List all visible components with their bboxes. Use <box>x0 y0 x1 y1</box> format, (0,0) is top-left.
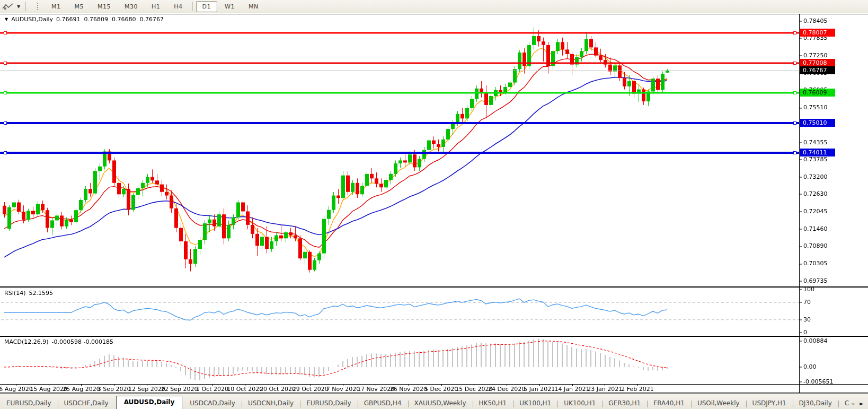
chart-ohlc-header: ▼ AUDUSD,Daily 0.76691 0.76809 0.76680 0… <box>5 16 164 23</box>
low-value: 0.76680 <box>112 16 136 23</box>
timeframe-button-mn[interactable]: MN <box>242 1 265 12</box>
chart-tab-audusd-daily[interactable]: AUDUSD,Daily <box>116 396 183 409</box>
chart-symbol-label: AUDUSD,Daily <box>11 16 53 23</box>
chart-tab-usdcnh-daily[interactable]: USDCNH,Daily <box>242 397 300 409</box>
timeframe-button-h1[interactable]: H1 <box>145 1 166 12</box>
timeframe-button-h4[interactable]: H4 <box>167 1 189 12</box>
toolbar-separator <box>25 2 26 11</box>
timeframe-button-m15[interactable]: M15 <box>91 1 117 12</box>
timeframe-button-m1[interactable]: M1 <box>45 1 67 12</box>
chart-tab-eurusd-daily[interactable]: EURUSD,Daily <box>300 397 358 409</box>
tool-dropdown-caret-icon[interactable]: ▼ <box>15 4 22 9</box>
chart-tab-usoil-weekly[interactable]: USOil,Weekly <box>691 397 746 409</box>
chart-tab-ger30-h1[interactable]: GER30,H1 <box>602 397 647 409</box>
chart-tab-usdchf-daily[interactable]: USDCHF,Daily <box>58 397 115 409</box>
trading-platform-window: { "toolbar": { "timeframes": ["M1","M5",… <box>0 0 868 409</box>
chart-tab-uk100-h1[interactable]: UK100,H1 <box>513 397 557 409</box>
price-chart-canvas[interactable] <box>0 14 868 393</box>
chart-tab-usdjpy-h1[interactable]: USDJPY,H1 <box>746 397 793 409</box>
timeframe-button-m30[interactable]: M30 <box>118 1 144 12</box>
drawing-tool-icon[interactable] <box>1 2 15 11</box>
rsi-name: RSI(14) <box>4 290 25 297</box>
chart-tab-gbpusd-h4[interactable]: GBPUSD,H4 <box>358 397 408 409</box>
chart-tab-usdcad-daily[interactable]: USDCAD,Daily <box>183 397 242 409</box>
tab-scroll-controls: ◄ ► <box>849 401 868 409</box>
close-value: 0.76767 <box>140 16 164 23</box>
chart-tab-hk50-h1[interactable]: HK50,H1 <box>473 397 513 409</box>
chart-tab-eurusd-daily[interactable]: EURUSD,Daily <box>0 397 58 409</box>
timeframe-divider <box>192 2 193 11</box>
chart-tab-bar: EURUSD,DailyUSDCHF,DailyAUDUSD,DailyUSDC… <box>0 393 868 409</box>
timeframe-toolbar: ▼ M1M5M15M30H1H4D1W1MN <box>0 0 868 13</box>
tab-scroll-right-icon[interactable]: ► <box>860 401 864 406</box>
chart-tab-xauusd-weekly[interactable]: XAUUSD,Weekly <box>408 397 473 409</box>
macd-name: MACD(12,26,9) <box>4 338 49 345</box>
chart-tab-china300-h1[interactable]: CHINA300,H1 <box>838 397 849 409</box>
toolbar-grip-handle[interactable] <box>37 2 39 11</box>
collapse-caret-icon[interactable]: ▼ <box>5 17 8 22</box>
high-value: 0.76809 <box>84 16 109 23</box>
rsi-indicator-label: RSI(14) 52.1595 <box>4 290 53 297</box>
macd-values: -0.000598 -0.000185 <box>52 338 113 345</box>
chart-tab-dj30-daily[interactable]: DJ30,Daily <box>793 397 838 409</box>
timeframe-button-d1[interactable]: D1 <box>196 1 217 12</box>
chart-tab-uk100-h1[interactable]: UK100,H1 <box>557 397 602 409</box>
chart-tab-fra40-h1[interactable]: FRA40,H1 <box>647 397 691 409</box>
tab-scroll-left-icon[interactable]: ◄ <box>851 401 855 406</box>
rsi-value: 52.1595 <box>29 290 53 297</box>
macd-indicator-label: MACD(12,26,9) -0.000598 -0.000185 <box>4 338 113 345</box>
timeframe-button-w1[interactable]: W1 <box>218 1 241 12</box>
open-value: 0.76691 <box>56 16 81 23</box>
timeframe-button-m5[interactable]: M5 <box>68 1 91 12</box>
